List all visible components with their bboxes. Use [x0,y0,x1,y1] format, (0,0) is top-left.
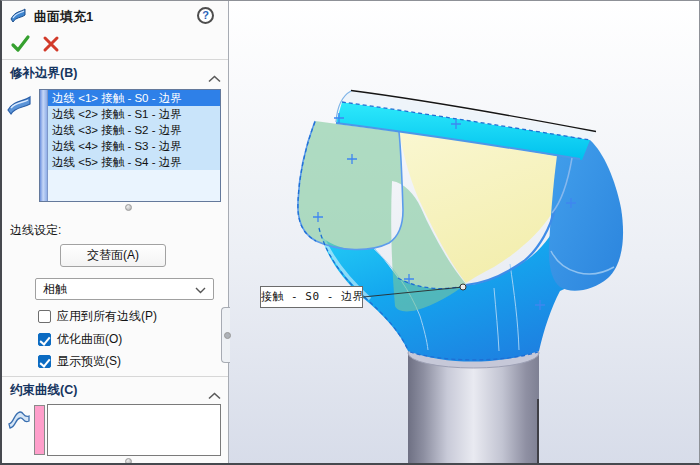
ok-button[interactable] [10,34,32,58]
property-manager-panel: 曲面填充1 ? 修补边界(B) 边线 <1> 接触 - S0 - 边界 边线 <… [2,1,229,463]
checkbox-label[interactable]: 应用到所有边线(P) [57,308,157,325]
constraint-selection-color-bar [34,405,45,455]
chevron-down-icon [195,287,206,294]
edge-selection-list[interactable]: 边线 <1> 接触 - S0 - 边界 边线 <2> 接触 - S1 - 边界 … [39,89,221,202]
list-item-edge-3[interactable]: 边线 <3> 接触 - S2 - 边界 [48,122,220,138]
list-item-edge-4[interactable]: 边线 <4> 接触 - S3 - 边界 [48,138,220,154]
model-canvas[interactable] [229,1,700,465]
chevron-up-icon[interactable] [208,386,221,404]
optimize-surface-checkbox-row[interactable]: 优化曲面(O) [38,331,122,348]
list-item-edge-1[interactable]: 边线 <1> 接触 - S0 - 边界 [48,90,220,106]
callout-anchor-point[interactable] [460,284,466,290]
help-icon[interactable]: ? [197,7,214,24]
section-constraint-curves-header[interactable]: 约束曲线(C) [10,382,77,399]
checkbox-label[interactable]: 显示预览(S) [57,353,121,370]
selection-color-bar [40,90,48,201]
alternate-face-button[interactable]: 交替面(A) [60,244,166,267]
list-resize-handle[interactable] [125,458,132,465]
list-item-edge-5[interactable]: 边线 <5> 接触 - S4 - 边界 [48,154,220,170]
dropdown-value: 相触 [43,282,67,296]
app-window: 接触 - S0 - 边界 曲面填充1 ? 修补边界(B) [0,0,700,465]
edge-callout[interactable]: 接触 - S0 - 边界 [260,286,363,308]
checkbox[interactable] [38,310,51,323]
checkbox[interactable] [38,355,51,368]
apply-all-edges-checkbox-row[interactable]: 应用到所有边线(P) [38,308,157,325]
edge-settings-label: 边线设定: [10,222,61,239]
constraint-curve-icon [6,408,32,434]
surface-fill-icon [9,7,28,28]
panel-splitter-handle[interactable] [221,307,230,363]
divider [2,59,228,60]
checkbox-label[interactable]: 优化曲面(O) [57,331,122,348]
checkbox[interactable] [38,333,51,346]
list-item-edge-2[interactable]: 边线 <2> 接触 - S1 - 边界 [48,106,220,122]
curvature-control-dropdown[interactable]: 相触 [35,278,214,300]
graphics-viewport[interactable]: 接触 - S0 - 边界 [229,1,700,465]
panel-title: 曲面填充1 [34,8,93,26]
chevron-up-icon[interactable] [208,69,221,87]
section-patch-boundary-header[interactable]: 修补边界(B) [10,65,77,82]
divider [2,376,228,377]
cancel-button[interactable] [42,35,60,57]
constraint-curves-list[interactable] [47,404,221,456]
list-resize-handle[interactable] [125,204,132,211]
show-preview-checkbox-row[interactable]: 显示预览(S) [38,353,121,370]
boundary-select-icon [5,93,33,121]
